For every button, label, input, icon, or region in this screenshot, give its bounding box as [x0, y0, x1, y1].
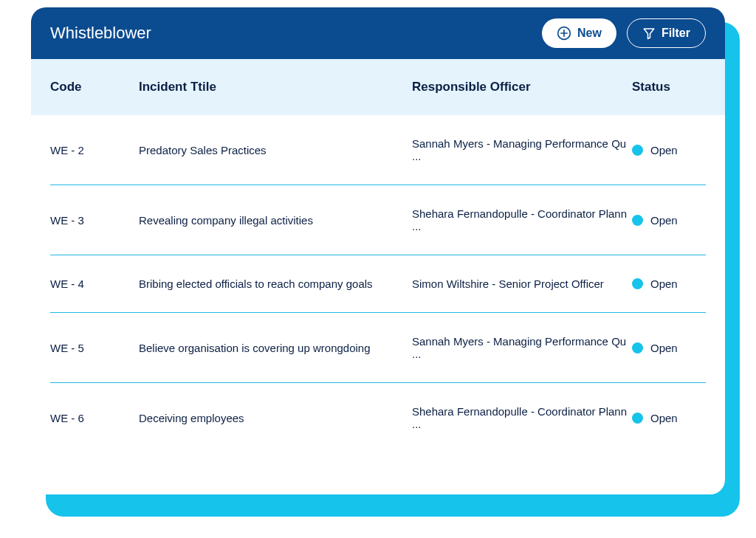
cell-code: WE - 4: [50, 277, 139, 290]
cell-status: Open: [632, 144, 706, 156]
cell-status: Open: [632, 214, 706, 227]
col-header-code: Code: [50, 80, 139, 94]
status-dot-icon: [632, 342, 643, 354]
table-body: WE - 2Predatory Sales PracticesSannah My…: [31, 115, 725, 452]
status-dot-icon: [632, 145, 643, 156]
cell-responsible-officer: Sannah Myers - Managing Performance Qu .…: [412, 137, 632, 162]
status-dot-icon: [632, 413, 643, 424]
cell-code: WE - 3: [50, 214, 139, 227]
cell-responsible-officer: Shehara Fernandopulle - Coordinator Plan…: [412, 405, 632, 430]
status-dot-icon: [632, 215, 643, 226]
cell-incident-title: Bribing elected officials to reach compa…: [139, 277, 412, 290]
cell-responsible-officer: Sannah Myers - Managing Performance Qu .…: [412, 335, 632, 360]
filter-button[interactable]: Filter: [627, 18, 706, 48]
table-row[interactable]: WE - 6Deceiving employeesShehara Fernand…: [50, 383, 706, 452]
new-button-label: New: [577, 27, 602, 40]
new-button[interactable]: New: [542, 18, 616, 48]
cell-status: Open: [632, 412, 706, 424]
table-header: Code Incident Ttile Responsible Officer …: [31, 59, 725, 115]
status-dot-icon: [632, 278, 643, 289]
cell-incident-title: Revealing company illegal activities: [139, 214, 412, 227]
cell-incident-title: Deceiving employees: [139, 412, 412, 424]
status-label: Open: [650, 412, 678, 424]
cell-incident-title: Predatory Sales Practices: [139, 144, 412, 156]
cell-responsible-officer: Simon Wiltshire - Senior Project Officer: [412, 277, 632, 290]
status-label: Open: [650, 277, 678, 290]
svg-marker-3: [644, 29, 654, 39]
plus-circle-icon: [557, 26, 571, 41]
cell-code: WE - 5: [50, 342, 139, 354]
cell-status: Open: [632, 277, 706, 290]
col-header-title: Incident Ttile: [139, 80, 412, 94]
filter-icon: [642, 27, 656, 40]
cell-code: WE - 2: [50, 144, 139, 156]
status-label: Open: [650, 144, 678, 156]
cell-responsible-officer: Shehara Fernandopulle - Coordinator Plan…: [412, 207, 632, 232]
status-label: Open: [650, 214, 678, 227]
page-title: Whistleblower: [50, 24, 542, 43]
table-row[interactable]: WE - 5Believe organisation is covering u…: [50, 313, 706, 383]
whistleblower-card: Whistleblower New Filter Code Incident T…: [31, 7, 725, 494]
cell-code: WE - 6: [50, 412, 139, 424]
col-header-officer: Responsible Officer: [412, 80, 632, 94]
table-row[interactable]: WE - 4Bribing elected officials to reach…: [50, 255, 706, 313]
card-header: Whistleblower New Filter: [31, 7, 725, 59]
cell-status: Open: [632, 342, 706, 354]
table-row[interactable]: WE - 3Revealing company illegal activiti…: [50, 185, 706, 255]
col-header-status: Status: [632, 80, 706, 94]
table-row[interactable]: WE - 2Predatory Sales PracticesSannah My…: [50, 115, 706, 185]
filter-button-label: Filter: [662, 27, 690, 40]
status-label: Open: [650, 342, 678, 354]
cell-incident-title: Believe organisation is covering up wron…: [139, 342, 412, 354]
